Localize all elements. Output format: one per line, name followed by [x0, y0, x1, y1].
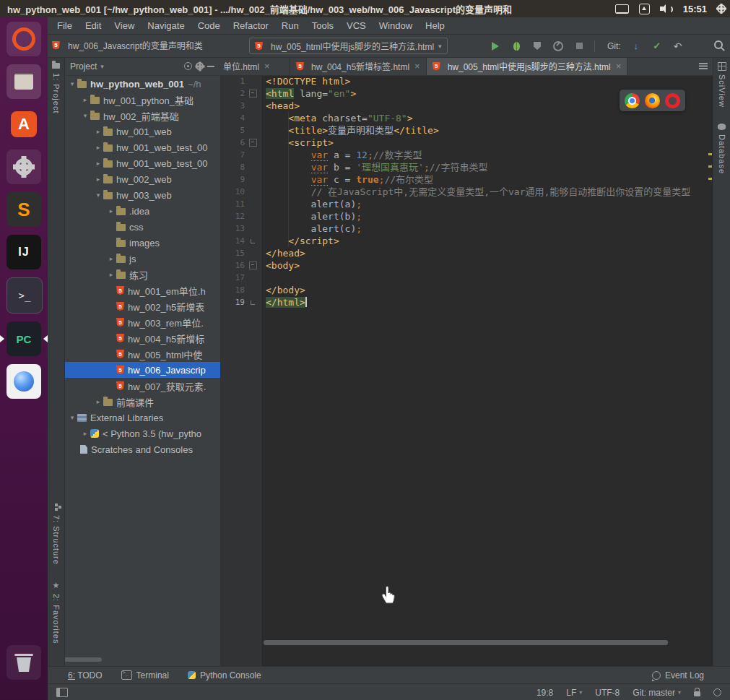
tree-item[interactable]: ▸hw_001_web_test_00: [64, 155, 220, 171]
run-button[interactable]: [490, 40, 501, 52]
code-line[interactable]: 18</body>: [220, 284, 713, 296]
terminal-button[interactable]: Terminal: [121, 670, 169, 680]
keyboard-icon[interactable]: [615, 4, 629, 14]
code-line[interactable]: 16<body>: [220, 259, 713, 272]
tree-down-arrow-icon[interactable]: ▾: [67, 414, 77, 421]
tree-right-arrow-icon[interactable]: ▸: [106, 255, 116, 262]
tree-item[interactable]: ▸hw_001_python_基础: [64, 92, 220, 108]
code-line[interactable]: 7 var a = 12;//数字类型: [220, 149, 713, 161]
code-line[interactable]: 17: [220, 272, 713, 284]
event-log-button[interactable]: Event Log: [652, 670, 704, 680]
lock-icon[interactable]: [694, 691, 700, 696]
dock-software-icon[interactable]: A: [6, 107, 41, 142]
system-menu-gear-icon[interactable]: [717, 4, 726, 13]
favorites-tool-button[interactable]: ★ 2: Favorites: [48, 582, 64, 644]
tree-item[interactable]: ▾hw_003_web: [64, 187, 220, 203]
tree-right-arrow-icon[interactable]: ▸: [93, 176, 103, 183]
run-config-dropdown[interactable]: 5 hw_005_html中使用js脚步的三种方法.html ▾: [249, 38, 448, 54]
stop-button[interactable]: [573, 40, 585, 52]
dock-files-icon[interactable]: [6, 64, 41, 99]
git-update-button[interactable]: ↓: [630, 40, 642, 52]
fold-minus-icon[interactable]: [245, 87, 261, 100]
tree-item[interactable]: 5hw_007_获取元素.: [64, 378, 220, 394]
tree-item[interactable]: ▸hw_001_web: [64, 124, 220, 139]
chrome-icon[interactable]: [625, 93, 640, 108]
editor-tab[interactable]: 单位.html×: [220, 57, 290, 75]
profiler-button[interactable]: [552, 40, 564, 52]
tree-down-arrow-icon[interactable]: ▾: [67, 80, 77, 87]
close-tab-icon[interactable]: ×: [616, 61, 622, 72]
tree-item[interactable]: css: [64, 219, 220, 235]
tree-down-arrow-icon[interactable]: ▾: [80, 112, 90, 119]
menu-item-vcs[interactable]: VCS: [340, 20, 373, 31]
python-console-button[interactable]: Python Console: [188, 670, 261, 680]
editor-hscrollbar[interactable]: [264, 640, 668, 645]
tree-right-arrow-icon[interactable]: ▸: [93, 398, 103, 405]
fold-end-icon[interactable]: [245, 235, 261, 247]
tree-item[interactable]: 5hw_002_h5新增表: [64, 298, 220, 314]
code-line[interactable]: 15</head>: [220, 247, 713, 259]
tree-right-arrow-icon[interactable]: ▸: [80, 430, 90, 437]
tree-item[interactable]: 5hw_003_rem单位.: [64, 314, 220, 330]
tree-item[interactable]: ▸练习: [64, 267, 220, 282]
fold-minus-icon[interactable]: [245, 259, 261, 272]
locate-icon[interactable]: [184, 62, 192, 70]
tree-item[interactable]: 5hw_005_html中使: [64, 346, 220, 362]
debug-button[interactable]: [510, 40, 522, 52]
code-line[interactable]: 19</html>: [220, 296, 713, 308]
structure-tool-button[interactable]: 7: Structure: [48, 504, 64, 565]
tree-down-arrow-icon[interactable]: ▾: [93, 191, 103, 199]
tree-item[interactable]: ▸前端课件: [64, 394, 220, 410]
tree-right-arrow-icon[interactable]: ▸: [106, 207, 116, 215]
project-hscrollbar[interactable]: [64, 657, 102, 662]
menu-item-refactor[interactable]: Refactor: [227, 20, 275, 31]
file-encoding[interactable]: UTF-8: [595, 688, 620, 698]
code-line[interactable]: 5 <title>变量声明和类型</title>: [220, 124, 713, 137]
database-tool-button[interactable]: Database: [713, 124, 730, 174]
tree-item[interactable]: ▸hw_002_web: [64, 171, 220, 187]
gear-icon[interactable]: [196, 62, 204, 70]
dock-ubuntu-icon[interactable]: [6, 22, 41, 56]
menu-item-navigate[interactable]: Navigate: [141, 20, 191, 31]
editor[interactable]: 1<!DOCTYPE html>2<html lang="en">3<head>…: [220, 75, 713, 666]
dock-intellij-icon[interactable]: IJ: [6, 235, 41, 269]
tree-item[interactable]: ▾hw_002_前端基础: [64, 108, 220, 124]
code-line[interactable]: 11 alert(a);: [220, 198, 713, 210]
git-branch[interactable]: Git: master ▾: [633, 688, 681, 698]
tree-item[interactable]: ▾External Libraries: [64, 410, 220, 425]
fold-minus-icon[interactable]: [245, 137, 261, 149]
tree-item[interactable]: 5hw_006_Javascrip: [64, 362, 220, 378]
clock[interactable]: 15:51: [683, 4, 707, 14]
menu-item-help[interactable]: Help: [419, 20, 451, 31]
tree-right-arrow-icon[interactable]: ▸: [80, 96, 90, 103]
menu-item-run[interactable]: Run: [275, 20, 305, 31]
menu-item-window[interactable]: Window: [373, 20, 419, 31]
dock-browser-icon[interactable]: [6, 364, 41, 399]
menu-item-tools[interactable]: Tools: [305, 20, 340, 31]
search-everywhere-button[interactable]: [714, 40, 723, 49]
tree-right-arrow-icon[interactable]: ▸: [93, 144, 103, 151]
firefox-icon[interactable]: [645, 93, 660, 108]
tree-right-arrow-icon[interactable]: ▸: [93, 128, 103, 135]
grid-icon[interactable]: [718, 62, 726, 71]
dock-terminal-icon[interactable]: >_: [6, 277, 43, 314]
hide-panel-icon[interactable]: [207, 66, 214, 67]
dock-settings-icon[interactable]: [6, 150, 41, 184]
caret-position[interactable]: 19:8: [536, 688, 553, 698]
warning-stripe-mark[interactable]: [708, 178, 712, 180]
tree-right-arrow-icon[interactable]: ▸: [93, 160, 103, 167]
tree-item[interactable]: ▸.idea: [64, 203, 220, 219]
coverage-button[interactable]: [531, 40, 543, 52]
menu-item-file[interactable]: File: [51, 20, 79, 31]
tree-item[interactable]: 5hw_004_h5新增标: [64, 330, 220, 346]
git-commit-button[interactable]: ✓: [651, 40, 663, 52]
dock-pycharm-icon[interactable]: PC: [6, 321, 41, 356]
code-line[interactable]: 6 <script>: [220, 137, 713, 149]
tab-list-icon[interactable]: [699, 63, 708, 69]
tree-right-arrow-icon[interactable]: ▸: [106, 271, 116, 278]
editor-tab[interactable]: 5hw_005_html中使用js脚步的三种方法.html×: [427, 57, 628, 75]
tree-item[interactable]: ▾hw_python_web_001~/h: [64, 76, 220, 92]
menu-item-edit[interactable]: Edit: [79, 20, 108, 31]
editor-tab[interactable]: 5hw_004_h5新增标签.html×: [290, 57, 427, 75]
code-line[interactable]: 10 // 在JavaScript中,无需定义变量类型,一个var通用,能够自动…: [220, 186, 713, 198]
